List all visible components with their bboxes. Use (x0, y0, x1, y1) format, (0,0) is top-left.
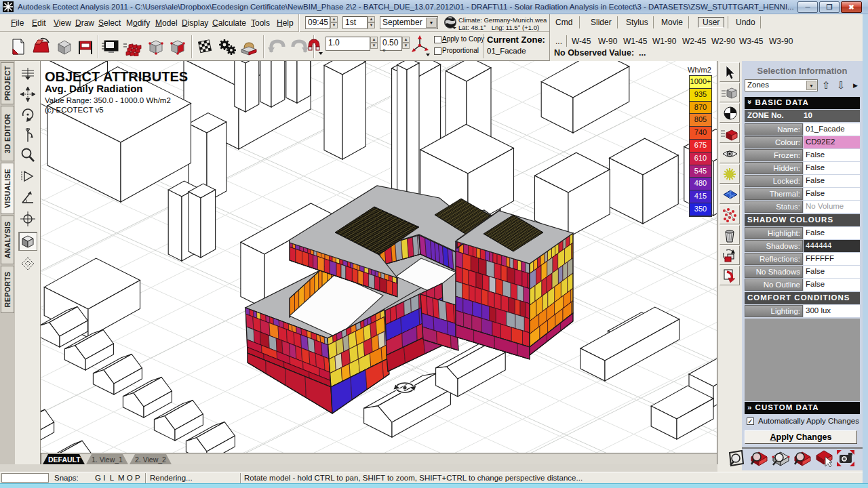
svg-text:OBJECT ATTRIBUTES: OBJECT ATTRIBUTES (45, 69, 188, 84)
svg-text:Avg. Daily Radiation: Avg. Daily Radiation (45, 83, 142, 94)
svg-text:(c) ECOTECT v5: (c) ECOTECT v5 (45, 106, 104, 114)
svg-text:Value Range: 350.0 - 1000.0 Wh: Value Range: 350.0 - 1000.0 Wh/m2 (45, 96, 171, 104)
